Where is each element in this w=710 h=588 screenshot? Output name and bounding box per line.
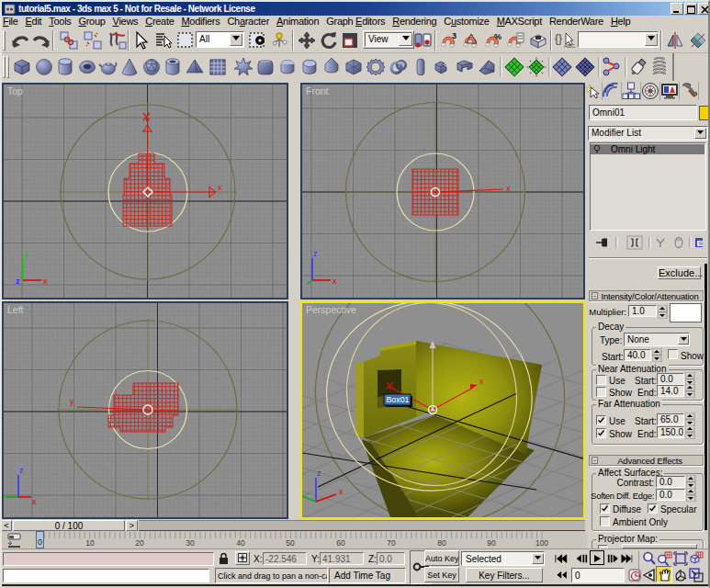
svg-text:z: z	[317, 469, 321, 478]
svg-text:ABC: ABC	[564, 43, 575, 49]
svg-text:x: x	[32, 497, 37, 506]
svg-text:70: 70	[387, 538, 396, 548]
svg-text:50: 50	[286, 538, 295, 548]
svg-text:y: y	[70, 397, 74, 406]
svg-text:100: 100	[535, 538, 548, 548]
svg-text:{}: {}	[555, 32, 562, 45]
svg-text:80: 80	[437, 538, 446, 548]
svg-text:y: y	[24, 249, 28, 258]
svg-text:60: 60	[336, 538, 345, 548]
svg-text:x: x	[43, 277, 48, 286]
svg-text:z: z	[313, 249, 318, 258]
svg-text:x: x	[506, 184, 511, 193]
svg-text:10: 10	[85, 538, 95, 548]
svg-text:30: 30	[186, 538, 195, 548]
svg-text:Box01: Box01	[387, 395, 410, 404]
svg-text:x: x	[479, 377, 484, 386]
svg-text:90: 90	[487, 538, 496, 548]
svg-text:40: 40	[236, 538, 245, 548]
svg-text:%: %	[494, 32, 502, 41]
svg-text:x: x	[218, 183, 222, 192]
svg-text:z: z	[16, 277, 20, 286]
svg-text:x: x	[339, 487, 344, 496]
svg-text:20: 20	[135, 538, 144, 548]
svg-text:3: 3	[452, 31, 456, 40]
svg-text:z: z	[19, 466, 24, 475]
svg-text:x: x	[332, 277, 337, 286]
